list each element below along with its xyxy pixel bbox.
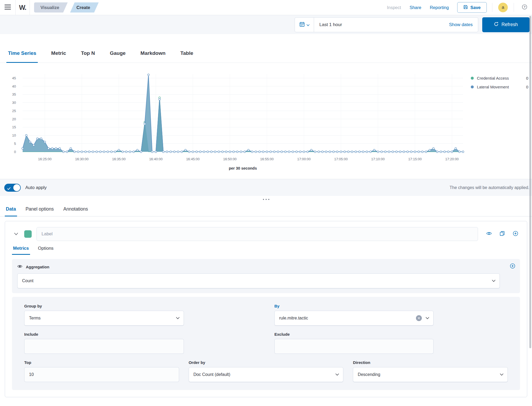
clear-selection-button[interactable] — [416, 315, 422, 321]
auto-apply-toggle[interactable] — [4, 184, 21, 192]
svg-text:45: 45 — [12, 76, 16, 80]
group-by-row: Group by Terms By rule.mitre.tactic — [24, 304, 508, 326]
time-range-value[interactable]: Last 1 hour — [314, 22, 342, 27]
exclude-input[interactable] — [274, 339, 434, 354]
add-metric-button[interactable] — [510, 263, 515, 270]
order-by-value: Doc Count (default) — [193, 372, 230, 377]
svg-text:10: 10 — [12, 133, 16, 137]
vertical-scrollbar[interactable] — [529, 16, 531, 348]
eye-icon — [17, 264, 22, 269]
toggle-series-eye-button[interactable] — [486, 231, 492, 237]
svg-text:17:05:00: 17:05:00 — [334, 157, 348, 161]
chevron-down-icon — [14, 232, 18, 236]
refresh-button[interactable]: Refresh — [482, 17, 530, 32]
order-by-label: Order by — [189, 360, 344, 365]
svg-text:17:10:00: 17:10:00 — [371, 157, 385, 161]
aggregation-panel: Aggregation Count — [12, 259, 520, 293]
svg-text:0: 0 — [14, 150, 16, 154]
series-actions — [486, 231, 520, 237]
series-collapse-button[interactable] — [12, 232, 20, 236]
include-exclude-row: Include Exclude — [24, 332, 508, 354]
hamburger-icon — [5, 5, 11, 11]
tsvb-chart-svg: 05101520253035404516:25:0016:30:0016:35:… — [0, 63, 532, 179]
clone-series-button[interactable] — [499, 231, 505, 237]
copy-icon — [500, 231, 505, 237]
group-by-field: Group by Terms — [24, 304, 184, 326]
time-filter-bar: Last 1 hour Show dates Refresh — [0, 15, 532, 34]
svg-text:16:35:00: 16:35:00 — [112, 157, 126, 161]
include-label: Include — [24, 332, 184, 337]
header-divider — [30, 0, 30, 15]
refresh-icon — [494, 22, 498, 28]
exclude-field: Exclude — [274, 332, 434, 354]
app-logo[interactable]: W. — [16, 4, 30, 11]
panel-resize-handle[interactable] — [0, 197, 532, 202]
inspect-link[interactable]: Inspect — [387, 5, 401, 10]
svg-text:16:25:00: 16:25:00 — [38, 157, 52, 161]
calendar-icon — [299, 22, 305, 28]
tab-annotations[interactable]: Annotations — [62, 206, 89, 216]
aggregation-select[interactable]: Count — [17, 273, 500, 288]
by-value: rule.mitre.tactic — [279, 316, 308, 321]
svg-text:16:40:00: 16:40:00 — [149, 157, 163, 161]
svg-text:per 30 seconds: per 30 seconds — [229, 166, 257, 170]
breadcrumb-create[interactable]: Create — [70, 2, 98, 13]
order-by-select[interactable]: Doc Count (default) — [189, 367, 344, 382]
group-by-value: Terms — [29, 316, 41, 321]
tab-gauge[interactable]: Gauge — [108, 50, 127, 63]
legend-item-lateral-movement[interactable]: Lateral Movement 0 — [471, 83, 528, 90]
chart-series-1 — [22, 74, 464, 153]
svg-text:20: 20 — [12, 117, 16, 121]
tab-metric[interactable]: Metric — [50, 50, 68, 63]
direction-select[interactable]: Descending — [353, 367, 508, 382]
tab-panel-options[interactable]: Panel options — [24, 206, 55, 216]
eye-icon — [486, 232, 492, 236]
tab-markdown[interactable]: Markdown — [139, 50, 167, 63]
logo-text: W. — [19, 4, 26, 11]
svg-text:16:45:00: 16:45:00 — [186, 157, 200, 161]
order-by-field: Order by Doc Count (default) — [189, 360, 344, 382]
tab-metrics[interactable]: Metrics — [12, 246, 30, 255]
tab-data[interactable]: Data — [5, 206, 17, 216]
reporting-link[interactable]: Reporting — [430, 5, 449, 10]
chevron-down-icon — [335, 374, 339, 376]
show-dates-link[interactable]: Show dates — [449, 22, 478, 27]
legend-dot — [471, 85, 474, 88]
breadcrumb-visualize[interactable]: Visualize — [34, 2, 68, 13]
add-series-button[interactable] — [513, 231, 518, 237]
chevron-down-icon — [492, 280, 496, 282]
chevron-down-icon — [307, 22, 310, 27]
save-button[interactable]: Save — [457, 2, 487, 13]
avatar[interactable]: a — [498, 3, 508, 12]
svg-text:16:55:00: 16:55:00 — [260, 157, 274, 161]
include-input[interactable] — [24, 339, 184, 354]
help-button[interactable]: ? — [519, 4, 530, 11]
series-color-swatch[interactable] — [24, 230, 32, 238]
tab-table[interactable]: Table — [179, 50, 195, 63]
top-label: Top — [24, 360, 179, 365]
quick-select-button[interactable] — [295, 18, 314, 32]
tab-top-n[interactable]: Top N — [79, 50, 96, 63]
chevron-down-icon — [176, 317, 180, 319]
legend-dot — [471, 77, 474, 80]
series-label-input[interactable] — [36, 227, 478, 241]
svg-text:17:20:00: 17:20:00 — [445, 157, 459, 161]
top-order-direction-row: Top Order by Doc Count (default) Directi… — [24, 360, 508, 382]
plus-circle-icon — [510, 263, 515, 270]
legend-label: Credential Access — [477, 76, 526, 80]
legend-value: 0 — [526, 85, 528, 89]
auto-apply-bar: Auto apply The changes will be automatic… — [0, 179, 532, 196]
tab-options[interactable]: Options — [37, 246, 55, 255]
group-by-select[interactable]: Terms — [24, 311, 184, 326]
legend-item-credential-access[interactable]: Credential Access 0 — [471, 75, 528, 81]
top-input[interactable] — [24, 367, 179, 382]
by-combo-box[interactable]: rule.mitre.tactic — [274, 311, 434, 326]
chevron-down-icon — [426, 317, 429, 319]
group-by-panel: Group by Terms By rule.mitre.tactic — [12, 297, 520, 390]
series-sub-tabs: Metrics Options — [12, 246, 520, 255]
exclude-label: Exclude — [274, 332, 434, 337]
help-icon: ? — [521, 4, 528, 11]
share-link[interactable]: Share — [410, 5, 421, 10]
tab-time-series[interactable]: Time Series — [6, 50, 38, 63]
menu-button[interactable] — [0, 0, 15, 15]
